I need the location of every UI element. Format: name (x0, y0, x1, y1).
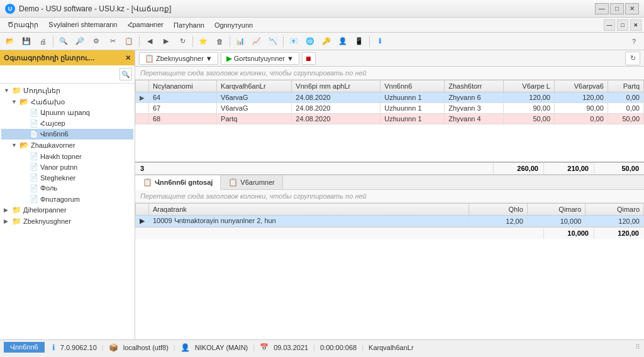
menu-window[interactable]: Патуhаnn (169, 20, 209, 30)
tree-label-zhashkavorner: Zhaшk­avorner (31, 141, 75, 149)
refresh-right[interactable]: ↻ (625, 52, 640, 65)
tree-item-zhashkavorner[interactable]: ▼ 📂 Zhaшk­avorner (1, 140, 133, 151)
tb-key[interactable]: 🔑 (319, 35, 334, 48)
status-time: 0:00:00:068 (320, 344, 357, 351)
folder-icon: 📁 (12, 217, 21, 226)
col-qimaq1[interactable]: Qimaro (527, 204, 586, 216)
tb-open[interactable]: 📂 (3, 35, 18, 48)
bottom-sum-qimaq2: 120,00 (594, 228, 644, 239)
col-vannoq[interactable]: Vnn6nn6 (380, 80, 445, 92)
tree-item-khnutagorum[interactable]: 📄 Фnuт­agorum (1, 194, 133, 204)
tree-item-zbeknyusghner[interactable]: ▶ 📁 Zbeknyusgh­ner (1, 216, 133, 227)
table-row[interactable]: 67 V6arvaG 24.08.2020 Uzhuunnn 1 Zhyvann… (136, 103, 644, 114)
menu-close-button[interactable]: ✕ (630, 19, 641, 31)
col-araqatrank[interactable]: Araqatrank (149, 204, 469, 216)
table-row[interactable]: ▶ 64 V6arvaG 24.08.2020 Uzhuunnn 1 Zhyva… (136, 92, 644, 103)
row-indicator: ▶ (136, 92, 149, 103)
tree-item-fond[interactable]: 📄 Փоль (1, 183, 133, 194)
col-number[interactable]: Ncy­l­anan­omi (149, 80, 217, 92)
cell-karqvel: 50,00 (503, 114, 554, 124)
main-data-grid[interactable]: Ncy­l­anan­omi Karqvalh6­anLr Vnn6pi mm­… (135, 80, 644, 162)
tree-item-steghekner[interactable]: 📄 Steghekner (1, 172, 133, 183)
tb-forward[interactable]: ▶ (158, 35, 174, 48)
tb-save[interactable]: 💾 (19, 35, 34, 48)
menu-min-button[interactable]: — (604, 19, 615, 31)
close-button[interactable]: ✕ (625, 3, 639, 14)
tb-user[interactable]: 👤 (335, 35, 350, 48)
tb-scissors[interactable]: ✂ (105, 35, 120, 48)
status-tab[interactable]: Վnn6nn6 (4, 342, 45, 353)
cell-date: 24.08.2020 (292, 114, 380, 124)
tb-help[interactable]: ? (626, 35, 641, 48)
menu-database[interactable]: Տvylalneri shtemarann (43, 19, 123, 30)
tree-item-vanorputyun[interactable]: 📄 Vanor­ putnn (1, 162, 133, 172)
cell-partq: 0,00 (608, 103, 643, 114)
main-table: Ncy­l­anan­omi Karqvalh6­anLr Vnn6pi mm­… (135, 80, 644, 124)
tb-settings[interactable]: ⚙ (89, 35, 104, 48)
bottom-table-container[interactable]: Araqatrank Qhlo Qimaro Qimaro ▶ 10009 Կn… (135, 203, 644, 227)
tree-label-dihelorpananner: Дihelor­pann­er (23, 206, 67, 214)
group-hint-top: Перетащите сюда заголовок колонки, чтобы… (135, 67, 644, 80)
tb-chart3[interactable]: 📉 (265, 35, 280, 48)
tb-clipboard[interactable]: 📋 (121, 35, 136, 48)
tree-item-vacharq[interactable]: 📄 Վnn6nn6 (1, 129, 133, 140)
col-karqvel[interactable]: V6arpe L (503, 80, 554, 92)
tree-item-modyulner[interactable]: ▼ 📁 Մոդուլներ (1, 85, 133, 96)
user-icon: 👤 (180, 343, 190, 352)
tb-star[interactable]: ⭐ (196, 35, 211, 48)
col-qanakq[interactable]: Qhlo (469, 204, 528, 216)
table-row[interactable]: 68 Partq 24.08.2020 Uzhuunnn 1 Zhyvann 4… (136, 114, 644, 124)
expand-icon: ▶ (4, 207, 10, 213)
tb-mail[interactable]: 📧 (286, 35, 301, 48)
bottom-table: Araqatrank Qhlo Qimaro Qimaro ▶ 10009 Կn… (135, 203, 644, 227)
tree-item-dihelorpananner[interactable]: ▶ 📁 Дihelor­pann­er (1, 204, 133, 216)
col-currency[interactable]: Karqvalh6­anLr (217, 80, 292, 92)
status-currency: Karqvalh6anLr (369, 344, 414, 351)
col-zhashk[interactable]: Zhash6torr (445, 80, 503, 92)
tree-item-araradrank[interactable]: 📄 Արuunn­ արanq (1, 107, 133, 118)
tab-kedrumner[interactable]: 📋 V6arumner (221, 175, 282, 189)
tb-search[interactable]: 🔍 (56, 35, 71, 48)
search-button[interactable]: 🔍 (119, 68, 132, 80)
minimize-button[interactable]: — (595, 3, 609, 14)
table-row[interactable]: ▶ 10009 Կntmaktorayin nunyanlner 2, hun … (136, 216, 644, 227)
stop-button[interactable]: ⏹ (302, 52, 316, 65)
menu-max-button[interactable]: □ (617, 19, 628, 31)
sep3: | (253, 344, 255, 351)
tb-back[interactable]: ◀ (142, 35, 157, 48)
tab-vacharq-gntosaj[interactable]: 📋 Վnn6nn6i gntosaj (135, 175, 221, 190)
tb-info[interactable]: ℹ (372, 35, 387, 48)
tb-filter[interactable]: 🔎 (72, 35, 87, 48)
file-icon: 📄 (30, 173, 38, 182)
main-area: Օգտագործողի ընտրու… ✕ 🔍 ▼ 📁 Մոդուլներ ▼ … (0, 50, 644, 339)
col-partq[interactable]: Partq (608, 80, 643, 92)
records-dropdown-icon: ▼ (206, 55, 213, 62)
tb-web[interactable]: 🌐 (303, 35, 318, 48)
cell-partq: 0,00 (608, 92, 643, 103)
summary-karqvats: 210,00 (543, 163, 594, 174)
actions-button[interactable]: ▶ Gortsnutyuynner ▼ (221, 52, 299, 65)
tree-label-araradrank: Արuunn­ արanq (40, 109, 90, 117)
col-date[interactable]: Vnn6pi mm­ aphLr (292, 80, 380, 92)
tree-item-vanor[interactable]: ▼ 📂 Հաճախo (1, 96, 133, 107)
tree-item-hayqer[interactable]: 📄 Հայcep (1, 118, 133, 129)
tb-phone[interactable]: 📱 (352, 35, 367, 48)
col-karqvats[interactable]: V6arpva6 (555, 80, 608, 92)
row-indicator-b: ▶ (136, 216, 149, 227)
menu-commands[interactable]: Հраmaнner (123, 19, 169, 30)
tb-chart1[interactable]: 📊 (233, 35, 248, 48)
tb-separator-2 (139, 36, 140, 47)
menu-program[interactable]: Ծրագիր (3, 19, 43, 30)
tb-print[interactable]: 🖨 (35, 35, 50, 48)
cell-zhashk: Zhyvann 3 (445, 103, 503, 114)
maximize-button[interactable]: □ (610, 3, 624, 14)
tb-refresh[interactable]: ↻ (175, 35, 190, 48)
records-button[interactable]: 📋 Zbeknyusghner ▼ (139, 52, 218, 65)
left-panel-close[interactable]: ✕ (125, 54, 131, 62)
tb-delete[interactable]: 🗑 (212, 35, 227, 48)
tree-item-hachkh2[interactable]: 📄 Haчkh­ toрner (1, 151, 133, 162)
col-qimaq2[interactable]: Qimaro (586, 204, 644, 216)
menu-help[interactable]: Оgnnутyunn (209, 20, 258, 30)
tb-chart2[interactable]: 📈 (249, 35, 264, 48)
calendar-icon: 📅 (260, 343, 269, 351)
